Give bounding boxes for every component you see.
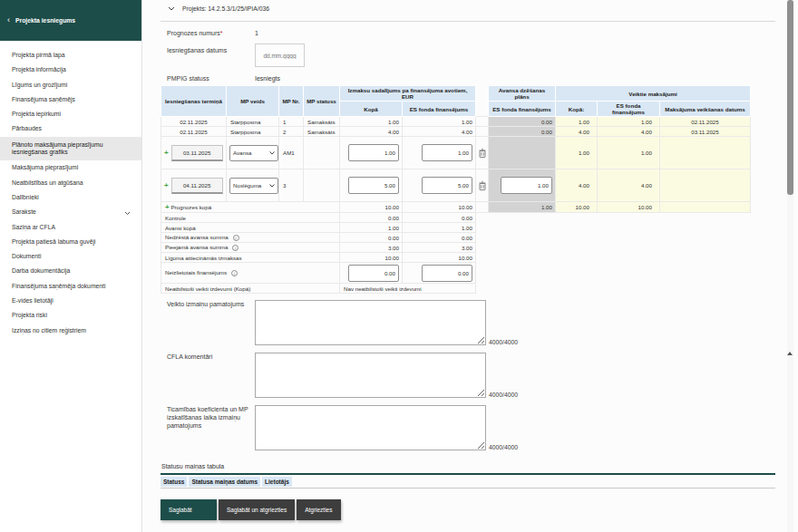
cell-termins: +: [161, 169, 227, 202]
veikto-izmainu-textarea[interactable]: [255, 300, 486, 345]
status-col-statuss: Statuss: [161, 477, 187, 487]
sidebar-back-label: Projekta iesniegums: [15, 17, 75, 24]
sidebar-item-ligums-un-grozijumi[interactable]: Līgums un grozījumi: [0, 78, 141, 92]
kopa-input[interactable]: [348, 144, 399, 161]
es-fonda-input[interactable]: [422, 177, 472, 194]
char-counter: 4000/4000: [489, 392, 518, 398]
sidebar-item-projekta-informacija[interactable]: Projekta informācija: [0, 63, 141, 77]
sidebar-item-e-vides-lietotaji[interactable]: E-vides lietotāji: [0, 294, 141, 308]
cell-mp-nr: AM1: [279, 137, 304, 169]
cell-kopa: 4.00: [340, 127, 403, 137]
project-header-toggle[interactable]: Projekts: 14.2.5.3/1/25/IPIA/036: [161, 5, 775, 12]
cell-mp-veids: Starpposma: [227, 127, 279, 137]
cell-avansa: 0.00: [489, 117, 556, 127]
sidebar-item-izzinas-no-citiem-registriem[interactable]: Izziņas no citiem reģistriem: [0, 324, 141, 338]
sidebar-item-fs-dokumenti[interactable]: Finansējuma saņēmēja dokumenti: [0, 279, 141, 294]
cell-actions: [476, 127, 489, 137]
chevron-down-icon: [168, 6, 175, 11]
col-group-veiktie-maksajumi: Veiktie maksājumi: [556, 86, 751, 102]
es-fonda-input[interactable]: [422, 144, 472, 161]
cell-termins: 02.11.2025: [161, 117, 227, 127]
neatbilstosi-value: Nav neatbilstoši veikti izdevumi: [340, 284, 476, 294]
info-icon[interactable]: i: [232, 245, 238, 251]
status-col-lietotajs: Lietotājs: [262, 477, 292, 487]
neatbilstosi-row: Neatbilstoši veikti izdevumi (Kopā) Nav …: [161, 284, 751, 294]
sidebar-item-maksajuma-pieprasijumi[interactable]: Maksājuma pieprasījumi: [0, 160, 141, 175]
cell-kopa: 1.00: [340, 117, 403, 127]
sidebar-item-sarakste-label: Sarakste: [12, 208, 36, 215]
totals-es-fonda: 10.00: [403, 202, 476, 213]
avansa-input[interactable]: [501, 177, 552, 194]
scroll-up-icon[interactable]: [787, 352, 793, 355]
sidebar-item-patiesa-labuma-guveji[interactable]: Projekta patiesā labuma guvēji: [0, 235, 141, 249]
chevron-left-icon: ‹: [7, 16, 10, 24]
info-icon[interactable]: i: [231, 270, 238, 276]
ticamibas-koeficienta-label: Ticamības koeficienta un MP izskatīšanas…: [161, 405, 255, 430]
summary-kopa: 10.00: [340, 253, 403, 263]
mp-veids-select[interactable]: Avansa: [229, 145, 278, 161]
save-button[interactable]: Saglabāt: [161, 499, 217, 520]
totals-kopa: 10.00: [340, 202, 403, 213]
sidebar-item-sazina-ar-cfla[interactable]: Saziņa ar CFLA: [0, 220, 141, 235]
cell-veiktie-kopa: 4.00: [556, 169, 598, 202]
mp-veids-select[interactable]: Noslēguma: [229, 178, 278, 194]
iesniegsanas-datums-input[interactable]: [255, 44, 305, 67]
col-header-avansa-es-fonda: ES fonda finansējums: [489, 102, 556, 117]
totals-row: + Prognozes kopā 10.00 10.00 1.00 10.00 …: [161, 202, 751, 213]
sidebar-item-dokumenti[interactable]: Dokumenti: [0, 249, 141, 264]
cell-veiktie-datums: [660, 137, 751, 169]
col-group-izmaksu-sadalijums: Izmaksu sadalījums pa finansējuma avotie…: [340, 86, 476, 102]
status-table-title: Statusu maiņas tabula: [161, 463, 775, 469]
sidebar-item-projekta-riski[interactable]: Projekta riski: [0, 308, 141, 323]
cell-avansa: 0.00: [489, 127, 556, 137]
totals-veiktie-datums: [660, 202, 751, 213]
delete-row-icon[interactable]: [479, 181, 486, 190]
cfla-komentari-label: CFLA komentāri: [161, 353, 255, 361]
summary-es-fonda: 3.00: [403, 243, 476, 253]
add-row-icon[interactable]: +: [164, 150, 169, 157]
termins-date-input[interactable]: [171, 178, 223, 194]
vertical-scrollbar[interactable]: [787, 0, 793, 532]
totals-veiktie-kopa: 10.00: [556, 202, 598, 213]
col-group-avansa-dzesanas-plans: Avansa dzēšanas plāns: [489, 86, 556, 102]
sidebar-item-dalibnieki[interactable]: Dalībnieki: [0, 190, 141, 205]
info-icon[interactable]: i: [233, 235, 239, 241]
cfla-komentari-textarea[interactable]: [255, 353, 486, 398]
save-and-return-button[interactable]: Saglabāt un atgriezties: [219, 499, 295, 520]
sidebar-item-projekta-pirma-lapa[interactable]: Projekta pirmā lapa: [0, 48, 141, 63]
totals-veiktie-es: 10.00: [598, 202, 660, 213]
kopa-input[interactable]: [348, 177, 399, 194]
veikto-izmainu-row: Veikto izmaiņu pamatojums 4000/4000: [161, 300, 775, 345]
neizlietotais-es-input[interactable]: [422, 265, 472, 282]
sidebar-item-sarakste[interactable]: Sarakste: [0, 205, 141, 219]
table-row: 02.11.2025 Starpposma 2 Samaksāts 4.00 4…: [161, 127, 751, 137]
sidebar-item-neatbilstibas-un-atgusana[interactable]: Neatbilstības un atgūšana: [0, 176, 141, 190]
delete-row-icon[interactable]: [479, 149, 486, 158]
table-row-editable: + Noslēguma 3: [161, 169, 751, 202]
sidebar-item-projekta-iepirkumi[interactable]: Projekta iepirkumi: [0, 107, 141, 121]
cell-kopa: [340, 137, 403, 169]
termins-date-input[interactable]: [171, 145, 223, 161]
return-button[interactable]: Atgriezties: [297, 499, 340, 520]
sidebar-back-button[interactable]: ‹ Projekta iesniegums: [0, 0, 141, 41]
cell-veiktie-es: 1.00: [598, 117, 660, 127]
cell-veiktie-kopa: 4.00: [556, 127, 598, 137]
neizlietotais-label-cell: Neizlietotais finansējums i: [161, 263, 340, 284]
sidebar-item-darba-dokumentacija[interactable]: Darba dokumentācija: [0, 264, 141, 278]
sidebar-item-finansejuma-sanemejs[interactable]: Finansējuma saņēmējs: [0, 92, 141, 107]
payment-schedule-table: Iesniegšanas termiņā MP veids MP Nr. MP …: [161, 85, 751, 294]
add-row-icon[interactable]: +: [164, 182, 169, 189]
add-row-icon[interactable]: +: [165, 204, 170, 211]
col-header-mp-nr: MP Nr.: [279, 86, 304, 117]
scrollbar-thumb[interactable]: [787, 0, 793, 195]
cell-termins: 02.11.2025: [161, 127, 227, 137]
sidebar-item-planoto-mp-grafiks[interactable]: Plānoto maksājuma pieprasījumu iesniegša…: [0, 137, 141, 161]
mp-veids-selected: Noslēguma: [233, 182, 261, 189]
sidebar-item-parbaudes[interactable]: Pārbaudes: [0, 121, 141, 136]
summary-label: Pieejamā avansa summa: [165, 244, 228, 250]
app-window: ‹ Projekta iesniegums Projekta pirmā lap…: [0, 0, 798, 532]
iesniegsanas-datums-row: Iesniegšanas datums: [161, 44, 775, 67]
ticamibas-koeficienta-textarea[interactable]: [255, 405, 486, 450]
neizlietotais-kopa-input[interactable]: [348, 265, 399, 282]
totals-label-cell: + Prognozes kopā: [161, 202, 340, 213]
